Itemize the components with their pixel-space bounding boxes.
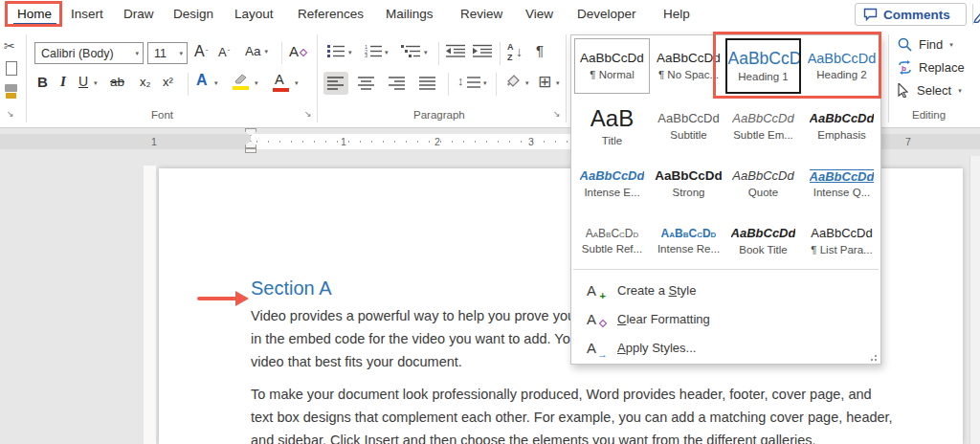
replace-button[interactable]: b Replace bbox=[898, 60, 965, 75]
style-strong[interactable]: AaBbCcDd Strong bbox=[651, 156, 726, 211]
font-color-bar bbox=[273, 88, 289, 92]
shrink-font-button[interactable]: Aˇ bbox=[218, 45, 230, 59]
tab-review[interactable]: Review bbox=[460, 7, 502, 21]
pen-icon[interactable] bbox=[973, 6, 980, 23]
borders-icon[interactable]: ⊞ bbox=[538, 72, 551, 92]
headings-annotation-box bbox=[713, 32, 881, 99]
scrollbar-track[interactable] bbox=[969, 156, 980, 444]
style-subtitle[interactable]: AaBbCcDd Subtitle bbox=[651, 99, 726, 154]
font-color-button[interactable]: A bbox=[275, 72, 284, 87]
tab-help[interactable]: Help bbox=[663, 7, 690, 21]
align-right-icon[interactable] bbox=[389, 77, 406, 90]
body-text-line: and sidebar. Click Insert and then choos… bbox=[251, 433, 816, 444]
apply-styles-menu-item[interactable]: A→ Apply Styles... bbox=[571, 334, 880, 361]
menu-separator bbox=[573, 269, 879, 270]
increase-indent-icon[interactable] bbox=[473, 44, 492, 57]
strikethrough-button[interactable]: ab bbox=[110, 75, 124, 89]
font-dialog-launcher[interactable]: ↘ bbox=[304, 109, 312, 119]
tab-developer[interactable]: Developer bbox=[577, 7, 636, 21]
chevron-down-icon: ▾ bbox=[949, 41, 953, 49]
text-effects-button[interactable]: A bbox=[196, 72, 208, 89]
clear-formatting-button[interactable]: A bbox=[289, 43, 299, 59]
mini-divider bbox=[188, 73, 189, 96]
style-subtle-reference[interactable]: AaBbCcDd Subtle Ref... bbox=[574, 213, 650, 269]
editing-group-label: Editing bbox=[912, 109, 946, 121]
ruler-number: 1 bbox=[341, 136, 346, 147]
italic-button[interactable]: I bbox=[60, 74, 66, 90]
clear-formatting-menu-item[interactable]: A Clear Formatting bbox=[571, 305, 880, 332]
chevron-down-icon[interactable]: ▾ bbox=[255, 79, 258, 87]
cut-icon[interactable]: ✂ bbox=[4, 38, 15, 54]
ruler-left-margin bbox=[0, 134, 251, 149]
find-label: Find bbox=[919, 37, 943, 52]
chevron-down-icon[interactable]: ▾ bbox=[214, 79, 218, 87]
style-subtle-emphasis[interactable]: AaBbCcDd Subtle Em... bbox=[725, 99, 801, 154]
resize-grip[interactable] bbox=[868, 352, 877, 361]
arrow-updown-icon: ↕ bbox=[457, 74, 464, 88]
left-indent-marker[interactable] bbox=[245, 148, 256, 153]
align-center-icon[interactable] bbox=[358, 77, 375, 90]
sort-button[interactable]: A Z ↓ bbox=[507, 42, 528, 65]
paragraph-group-label: Paragraph bbox=[413, 109, 465, 121]
align-left-button[interactable] bbox=[323, 72, 348, 95]
select-button[interactable]: Select ▾ bbox=[898, 83, 962, 98]
tab-design[interactable]: Design bbox=[173, 7, 213, 21]
justify-icon[interactable] bbox=[419, 77, 436, 90]
highlighter-icon bbox=[233, 73, 250, 85]
chevron-down-icon[interactable]: ▾ bbox=[556, 79, 560, 87]
style-list-paragraph[interactable]: AaBbCcDd ¶ List Para... bbox=[804, 213, 880, 269]
multilevel-list-icon[interactable] bbox=[401, 44, 420, 57]
chevron-down-icon[interactable]: ▾ bbox=[94, 79, 98, 87]
format-painter-icon[interactable] bbox=[5, 84, 17, 92]
chevron-down-icon[interactable]: ▾ bbox=[348, 49, 352, 56]
tab-layout[interactable]: Layout bbox=[234, 7, 274, 21]
superscript-button[interactable]: x² bbox=[163, 75, 173, 89]
bullet-list-icon[interactable] bbox=[327, 44, 345, 57]
bold-button[interactable]: B bbox=[37, 74, 48, 90]
shading-bucket-icon[interactable] bbox=[504, 74, 522, 89]
font-size-value: 11 bbox=[154, 47, 167, 60]
change-case-button[interactable]: Aa▾ bbox=[245, 44, 268, 58]
highlight-button[interactable] bbox=[233, 73, 250, 85]
font-size-combo[interactable]: 11 ▾ bbox=[147, 42, 188, 64]
chevron-down-icon[interactable]: ▾ bbox=[525, 79, 529, 87]
mini-divider bbox=[438, 42, 439, 65]
comments-button[interactable]: Comments bbox=[855, 3, 967, 26]
style-intense-reference[interactable]: AaBbCcDd Intense Re... bbox=[651, 213, 726, 269]
style-intense-emphasis[interactable]: AaBbCcDd Intense E... bbox=[574, 156, 650, 211]
tab-view[interactable]: View bbox=[525, 7, 553, 21]
decrease-indent-icon[interactable] bbox=[446, 44, 465, 57]
tab-insert[interactable]: Insert bbox=[71, 7, 103, 21]
style-normal[interactable]: AaBbCcDd ¶ Normal bbox=[574, 38, 650, 94]
vertical-ruler[interactable] bbox=[144, 166, 156, 444]
grow-font-button[interactable]: Aˆ bbox=[194, 43, 208, 60]
show-formatting-marks-button[interactable]: ¶ bbox=[536, 42, 544, 58]
copy-icon[interactable] bbox=[6, 61, 17, 76]
group-divider bbox=[888, 34, 889, 122]
style-emphasis[interactable]: AaBbCcDd Emphasis bbox=[804, 99, 880, 154]
subscript-button[interactable]: x₂ bbox=[140, 75, 151, 89]
caret-up-icon: ˆ bbox=[206, 48, 209, 56]
cursor-arrow-icon bbox=[898, 83, 910, 98]
chevron-down-icon: ▾ bbox=[265, 48, 269, 56]
clipboard-dialog-launcher[interactable]: ↘ bbox=[7, 109, 14, 119]
chevron-down-icon[interactable]: ▾ bbox=[385, 49, 389, 56]
tab-mailings[interactable]: Mailings bbox=[386, 7, 434, 21]
paragraph-dialog-launcher[interactable]: ↘ bbox=[553, 109, 561, 119]
style-book-title[interactable]: AaBbCcDd Book Title bbox=[725, 213, 801, 269]
chevron-down-icon[interactable]: ▾ bbox=[424, 49, 428, 56]
tab-draw[interactable]: Draw bbox=[123, 7, 154, 21]
create-style-menu-item[interactable]: A+ Create a Style bbox=[571, 277, 880, 303]
style-title[interactable]: AaB Title bbox=[574, 99, 650, 154]
style-intense-quote[interactable]: AaBbCcDd Intense Q... bbox=[804, 156, 880, 211]
font-name-combo[interactable]: Calibri (Body) ▾ bbox=[34, 42, 144, 64]
tab-references[interactable]: References bbox=[298, 7, 364, 21]
chevron-down-icon[interactable]: ▾ bbox=[483, 79, 487, 87]
underline-button[interactable]: U bbox=[78, 74, 88, 89]
find-button[interactable]: Find ▾ bbox=[898, 37, 953, 52]
numbered-list-icon[interactable]: 123 bbox=[365, 44, 382, 57]
chevron-down-icon[interactable]: ▾ bbox=[295, 79, 299, 87]
style-quote[interactable]: AaBbCcDd Quote bbox=[725, 156, 801, 211]
ruler-number: 7 bbox=[905, 136, 911, 147]
format-painter-bristles bbox=[6, 93, 16, 99]
